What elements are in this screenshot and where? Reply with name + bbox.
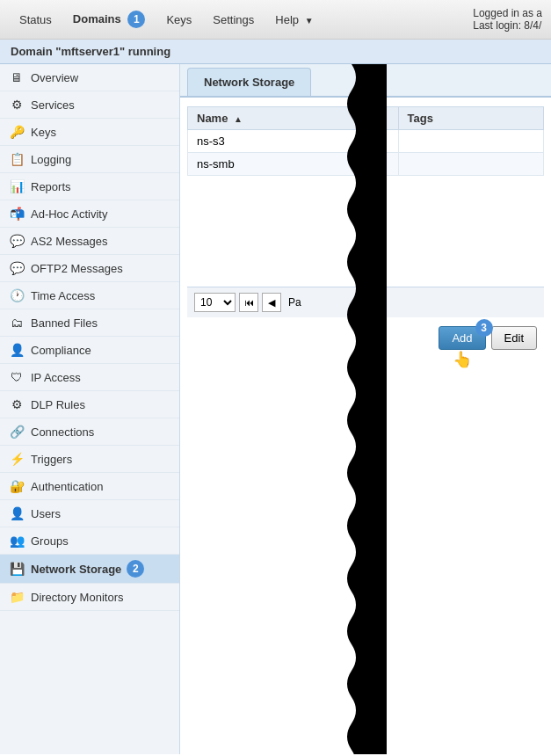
- sidebar-item-logging[interactable]: 📋 Logging: [0, 146, 179, 173]
- col-name[interactable]: Name ▲: [188, 107, 399, 130]
- authentication-icon: 🔐: [9, 478, 25, 494]
- row-name-ns-smb: ns-smb: [188, 153, 399, 176]
- row-tags-ns-s3: [398, 130, 543, 153]
- sidebar-label-as2: AS2 Messages: [31, 235, 107, 248]
- first-page-button[interactable]: ⏮: [239, 293, 258, 312]
- adhoc-icon: 📬: [9, 206, 25, 222]
- top-nav: Status Domains 1 Keys Settings Help ▼ Lo…: [0, 0, 551, 40]
- sidebar-item-triggers[interactable]: ⚡ Triggers: [0, 446, 179, 473]
- overview-icon: 🖥: [9, 69, 25, 85]
- nav-status[interactable]: Status: [9, 8, 62, 32]
- sidebar-item-as2[interactable]: 💬 AS2 Messages: [0, 228, 179, 255]
- table-row[interactable]: ns-s3: [188, 130, 544, 153]
- sidebar-label-users: Users: [31, 507, 61, 520]
- sidebar-item-directorymonitors[interactable]: 📁 Directory Monitors: [0, 584, 179, 611]
- nav-domains[interactable]: Domains 1: [62, 5, 156, 33]
- sidebar-label-dlp: DLP Rules: [31, 398, 85, 411]
- nav-keys[interactable]: Keys: [156, 8, 202, 32]
- sidebar-label-bannedfiles: Banned Files: [31, 316, 98, 330]
- sidebar-label-networkstorage: Network Storage: [31, 563, 121, 576]
- networkstorage-icon: 💾: [9, 561, 25, 577]
- col-tags-label: Tags: [408, 112, 433, 125]
- sidebar-item-services[interactable]: ⚙ Services: [0, 91, 179, 119]
- sidebar-item-ipaccess[interactable]: 🛡 IP Access: [0, 364, 179, 391]
- dlp-icon: ⚙: [9, 396, 25, 412]
- content-inner: Name ▲ Tags ns-s3 ns-smb: [180, 106, 551, 366]
- sidebar-item-overview[interactable]: 🖥 Overview: [0, 64, 179, 91]
- col-name-label: Name: [197, 112, 228, 125]
- sidebar-label-adhoc: Ad-Hoc Activity: [31, 207, 107, 221]
- sidebar-item-users[interactable]: 👤 Users: [0, 500, 179, 527]
- sidebar-item-authentication[interactable]: 🔐 Authentication: [0, 473, 179, 500]
- sidebar-item-groups[interactable]: 👥 Groups: [0, 527, 179, 555]
- users-icon: 👤: [9, 505, 25, 521]
- sidebar-label-logging: Logging: [31, 153, 71, 166]
- sidebar-item-dlp[interactable]: ⚙ DLP Rules: [0, 391, 179, 418]
- sort-arrow-name: ▲: [234, 114, 243, 124]
- sidebar-label-timeaccess: Time Access: [31, 289, 95, 302]
- services-icon: ⚙: [9, 97, 25, 113]
- sidebar-label-ipaccess: IP Access: [31, 371, 81, 384]
- sidebar-item-compliance[interactable]: 👤 Compliance: [0, 337, 179, 364]
- main-layout: 🖥 Overview ⚙ Services 🔑 Keys 📋 Logging 📊…: [0, 64, 551, 754]
- sidebar-label-reports: Reports: [31, 180, 71, 193]
- col-tags: Tags: [398, 107, 543, 130]
- domain-banner-text: Domain "mftserver1" running: [11, 45, 170, 58]
- timeaccess-icon: 🕐: [9, 287, 25, 303]
- bannedfiles-icon: 🗂: [9, 315, 25, 331]
- login-info: Logged in as a Last login: 8/4/: [473, 7, 542, 32]
- tab-header: Network Storage: [180, 64, 551, 98]
- edit-button-label: Edit: [504, 331, 524, 345]
- triggers-icon: ⚡: [9, 451, 25, 467]
- logging-icon: 📋: [9, 151, 25, 167]
- oftp2-icon: 💬: [9, 260, 25, 276]
- sidebar-item-adhoc[interactable]: 📬 Ad-Hoc Activity: [0, 200, 179, 228]
- sidebar-item-networkstorage[interactable]: 💾 Network Storage 2: [0, 555, 179, 584]
- sidebar-label-directorymonitors: Directory Monitors: [31, 591, 123, 604]
- sidebar-item-reports[interactable]: 📊 Reports: [0, 173, 179, 200]
- keys-icon: 🔑: [9, 124, 25, 140]
- networkstorage-badge: 2: [127, 560, 144, 578]
- directorymonitors-icon: 📁: [9, 589, 25, 605]
- sidebar-label-keys: Keys: [31, 126, 56, 139]
- action-buttons: Add 3 👆 Edit: [187, 317, 544, 359]
- tab-networkstorage-label: Network Storage: [204, 76, 294, 89]
- ipaccess-icon: 🛡: [9, 369, 25, 385]
- sidebar-label-groups: Groups: [31, 534, 69, 548]
- reports-icon: 📊: [9, 178, 25, 194]
- last-login-text: Last login: 8/4/: [473, 19, 542, 32]
- sidebar-item-connections[interactable]: 🔗 Connections: [0, 418, 179, 446]
- sidebar-label-oftp2: OFTP2 Messages: [31, 262, 123, 275]
- domains-badge: 1: [127, 11, 145, 28]
- nav-settings[interactable]: Settings: [202, 8, 265, 32]
- sidebar-item-keys[interactable]: 🔑 Keys: [0, 119, 179, 146]
- table-spacer: [187, 176, 544, 281]
- sidebar-item-timeaccess[interactable]: 🕐 Time Access: [0, 282, 179, 309]
- page-indicator: Pa: [288, 296, 301, 309]
- nav-help[interactable]: Help ▼: [265, 8, 323, 32]
- cursor-hand-icon: 👆: [453, 350, 472, 369]
- sidebar-label-authentication: Authentication: [31, 480, 103, 493]
- sidebar-label-triggers: Triggers: [31, 453, 72, 466]
- as2-icon: 💬: [9, 233, 25, 249]
- connections-icon: 🔗: [9, 424, 25, 440]
- sidebar-label-services: Services: [31, 98, 75, 112]
- tab-networkstorage[interactable]: Network Storage: [187, 68, 311, 96]
- prev-page-button[interactable]: ◀: [262, 293, 281, 312]
- row-tags-ns-smb: [398, 153, 543, 176]
- add-badge: 3: [475, 319, 493, 337]
- sidebar-item-oftp2[interactable]: 💬 OFTP2 Messages: [0, 255, 179, 282]
- sidebar-label-compliance: Compliance: [31, 344, 91, 357]
- nav-items: Status Domains 1 Keys Settings Help ▼: [9, 5, 324, 33]
- sidebar-label-connections: Connections: [31, 425, 94, 439]
- sidebar: 🖥 Overview ⚙ Services 🔑 Keys 📋 Logging 📊…: [0, 64, 180, 754]
- table-row[interactable]: ns-smb: [188, 153, 544, 176]
- per-page-select[interactable]: 10 25 50 100: [194, 293, 236, 312]
- sidebar-item-bannedfiles[interactable]: 🗂 Banned Files: [0, 309, 179, 337]
- login-text: Logged in as a: [473, 7, 542, 19]
- network-storage-table: Name ▲ Tags ns-s3 ns-smb: [187, 106, 544, 176]
- content-area: Network Storage Name ▲ Tags: [180, 64, 551, 754]
- row-name-ns-s3: ns-s3: [188, 130, 399, 153]
- edit-button[interactable]: Edit: [491, 326, 537, 350]
- help-dropdown-icon: ▼: [305, 16, 314, 25]
